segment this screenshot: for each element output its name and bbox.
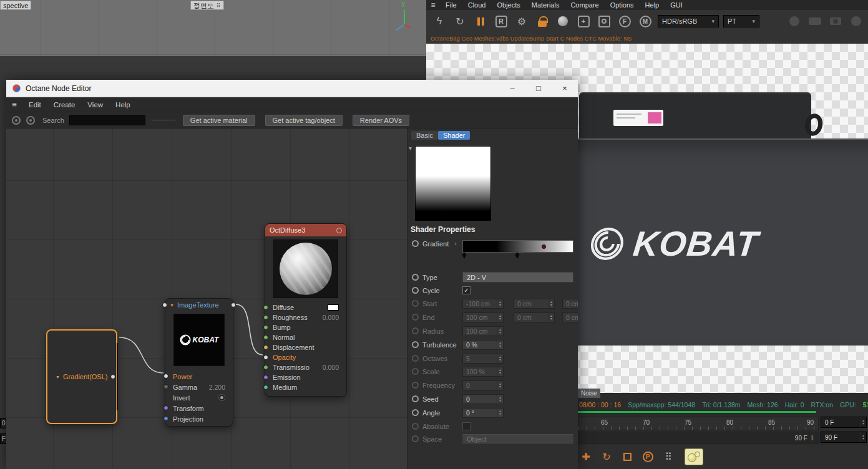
menu-materials[interactable]: Materials: [526, 1, 565, 9]
param-transmission[interactable]: Transmissio0.000: [271, 362, 340, 372]
preview-toggle-icon[interactable]: [336, 228, 342, 233]
start-x-field[interactable]: -100 cm: [462, 299, 504, 309]
octane-node-editor-window[interactable]: Octane Node Editor – □ × ≡ Edit Create V…: [6, 80, 578, 469]
input-port[interactable]: [163, 416, 168, 421]
invert-toggle[interactable]: [218, 394, 225, 401]
wire-texture-to-opacity[interactable]: [236, 304, 263, 355]
input-port[interactable]: [263, 305, 268, 310]
range-start-field[interactable]: 0 F: [821, 417, 867, 428]
rotate-tool-icon[interactable]: ↻: [598, 449, 615, 465]
window-titlebar[interactable]: Octane Node Editor – □ ×: [6, 80, 578, 97]
angle-field[interactable]: 0 °: [462, 408, 504, 418]
param-emission[interactable]: Emission: [271, 372, 340, 382]
input-port[interactable]: [163, 384, 168, 389]
node-header[interactable]: ▼ Gradient(OSL): [51, 370, 112, 384]
get-active-tag-button[interactable]: Get active tag/object: [265, 115, 343, 126]
menu-create[interactable]: Create: [47, 101, 82, 109]
menu-cloud[interactable]: Cloud: [462, 1, 492, 9]
gradient-bar[interactable]: [462, 240, 573, 253]
space-dropdown[interactable]: Object: [462, 434, 573, 444]
menu-help[interactable]: Help: [640, 1, 665, 9]
type-dropdown[interactable]: 2D - V: [462, 273, 573, 283]
frequency-field[interactable]: 0: [462, 380, 504, 390]
lock-resolution-icon[interactable]: [534, 12, 550, 30]
kernel-icon[interactable]: ϟ: [431, 12, 447, 30]
menu-help[interactable]: Help: [109, 101, 137, 109]
wire-gradient-to-power[interactable]: [119, 337, 163, 373]
hamburger-icon[interactable]: ≡: [426, 1, 440, 9]
hamburger-icon[interactable]: ≡: [6, 100, 22, 109]
spinner[interactable]: [497, 354, 503, 363]
spinner[interactable]: [497, 381, 503, 390]
range-grip-icon[interactable]: ‖: [811, 435, 814, 442]
render-aovs-button[interactable]: Render AOVs: [353, 115, 409, 126]
param-diffuse[interactable]: Diffuse: [271, 302, 340, 312]
octaves-field[interactable]: 5: [462, 354, 504, 364]
end-y-field[interactable]: 0 cm: [514, 312, 555, 322]
search-input[interactable]: [69, 115, 145, 125]
param-projection[interactable]: Projection: [172, 413, 227, 424]
film-settings-icon[interactable]: F: [617, 12, 633, 30]
material-manager-icon[interactable]: [685, 448, 703, 465]
menu-objects[interactable]: Objects: [491, 1, 525, 9]
maximize-button[interactable]: □: [525, 80, 552, 97]
timeline-ruler[interactable]: 65 70 75 80 85 90: [578, 417, 819, 430]
spinner[interactable]: [497, 395, 503, 404]
param-power[interactable]: Power: [172, 371, 227, 382]
param-gamma[interactable]: Gamma2.200: [172, 382, 227, 392]
pause-render-icon[interactable]: [472, 12, 489, 30]
input-port[interactable]: [163, 374, 168, 379]
perspective-viewport[interactable]: spective 정면도 ⠿ Y: [0, 0, 426, 56]
menu-options[interactable]: Options: [605, 1, 640, 9]
param-invert[interactable]: Invert: [172, 392, 227, 403]
param-transform[interactable]: Transform: [172, 403, 227, 413]
node-unlink-icon[interactable]: [26, 116, 35, 125]
spinner[interactable]: [497, 409, 503, 417]
restart-render-icon[interactable]: ↻: [452, 12, 468, 30]
spinner[interactable]: [497, 299, 503, 308]
node-octdiffuse3[interactable]: OctDiffuse3 Diffuse Roughness0.000 Bump …: [265, 223, 347, 397]
menu-file[interactable]: File: [440, 1, 462, 9]
collapse-triangle-icon[interactable]: ▼: [56, 375, 60, 379]
camera-view-icon[interactable]: [596, 12, 612, 30]
node-graph-canvas[interactable]: ▼ Gradient(OSL) ▼ ImageTexture KOBAT: [6, 128, 407, 469]
menu-compare[interactable]: Compare: [565, 1, 604, 9]
diffuse-color-swatch[interactable]: [328, 304, 339, 311]
tab-shader[interactable]: Shader: [438, 131, 470, 140]
output-port[interactable]: [110, 374, 115, 379]
material-mode-icon[interactable]: M: [637, 12, 653, 30]
spinner[interactable]: [497, 341, 503, 349]
param-displacement[interactable]: Displacement: [271, 342, 340, 352]
radius-field[interactable]: 100 cm: [462, 326, 504, 336]
spinner[interactable]: [497, 327, 503, 336]
move-tool-icon[interactable]: ✚: [578, 449, 594, 465]
param-normal[interactable]: Normal: [271, 332, 340, 342]
pt-mode-select[interactable]: PT ▾: [723, 15, 759, 27]
tab-basic[interactable]: Basic: [411, 131, 438, 140]
turbulence-field[interactable]: 0 %: [462, 340, 504, 350]
range-end-field[interactable]: 90 F: [821, 432, 867, 443]
minimize-button[interactable]: –: [499, 80, 525, 97]
node-header[interactable]: ▼ ImageTexture: [165, 299, 233, 311]
input-port[interactable]: [162, 302, 167, 307]
gradient-knot-marker[interactable]: [515, 252, 520, 259]
spinner[interactable]: [548, 313, 554, 322]
node-gradient-osl[interactable]: ▼ Gradient(OSL): [46, 329, 117, 424]
spinner[interactable]: [497, 313, 503, 322]
gradient-knot-start[interactable]: [462, 252, 467, 259]
hdr-srgb-select[interactable]: HDR/sRGB ▾: [658, 15, 719, 27]
node-image-texture[interactable]: ▼ ImageTexture KOBAT Power Gamma2.200 In…: [165, 298, 233, 427]
menu-edit[interactable]: Edit: [22, 101, 47, 109]
node-header[interactable]: OctDiffuse3: [265, 224, 346, 236]
end-x-field[interactable]: 100 cm: [462, 312, 504, 322]
param-bump[interactable]: Bump: [271, 322, 340, 332]
settings-gear-icon[interactable]: ⚙: [514, 12, 530, 30]
scale-field[interactable]: 100 %: [462, 367, 504, 377]
get-active-material-button[interactable]: Get active material: [183, 115, 255, 126]
menu-view[interactable]: View: [81, 101, 109, 109]
output-port[interactable]: [231, 302, 236, 307]
region-render-icon[interactable]: R: [493, 12, 509, 30]
input-port[interactable]: [263, 355, 268, 360]
input-port[interactable]: [263, 375, 268, 380]
seed-field[interactable]: 0: [462, 394, 504, 404]
